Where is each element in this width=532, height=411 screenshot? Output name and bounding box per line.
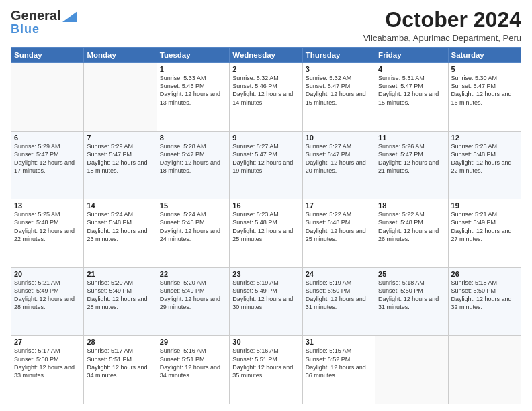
calendar-cell: 16Sunrise: 5:23 AMSunset: 5:48 PMDayligh… xyxy=(230,199,302,268)
calendar-week-1: 1Sunrise: 5:33 AMSunset: 5:46 PMDaylight… xyxy=(11,63,521,132)
calendar-cell xyxy=(84,63,157,132)
cell-info: Sunrise: 5:17 AMSunset: 5:51 PMDaylight:… xyxy=(87,347,153,379)
calendar-cell: 21Sunrise: 5:20 AMSunset: 5:49 PMDayligh… xyxy=(84,267,157,336)
day-number: 19 xyxy=(451,201,518,210)
calendar-header-row: SundayMondayTuesdayWednesdayThursdayFrid… xyxy=(11,48,521,63)
calendar-cell: 14Sunrise: 5:24 AMSunset: 5:48 PMDayligh… xyxy=(84,199,157,268)
calendar-cell: 29Sunrise: 5:16 AMSunset: 5:51 PMDayligh… xyxy=(157,336,229,404)
day-number: 9 xyxy=(232,134,299,142)
cell-info: Sunrise: 5:25 AMSunset: 5:48 PMDaylight:… xyxy=(451,142,518,175)
day-number: 25 xyxy=(378,270,445,278)
cell-info: Sunrise: 5:22 AMSunset: 5:48 PMDaylight:… xyxy=(306,210,372,243)
day-number: 13 xyxy=(14,201,81,210)
day-number: 26 xyxy=(451,270,518,278)
calendar-week-5: 27Sunrise: 5:17 AMSunset: 5:50 PMDayligh… xyxy=(11,336,521,404)
day-number: 10 xyxy=(306,134,372,142)
cell-info: Sunrise: 5:15 AMSunset: 5:52 PMDaylight:… xyxy=(306,347,372,379)
day-header-saturday: Saturday xyxy=(448,48,521,63)
cell-info: Sunrise: 5:28 AMSunset: 5:47 PMDaylight:… xyxy=(160,142,226,175)
cell-info: Sunrise: 5:20 AMSunset: 5:49 PMDaylight:… xyxy=(160,279,226,312)
calendar-cell: 25Sunrise: 5:18 AMSunset: 5:50 PMDayligh… xyxy=(375,267,448,336)
day-number: 29 xyxy=(160,338,226,346)
calendar-cell: 24Sunrise: 5:19 AMSunset: 5:50 PMDayligh… xyxy=(302,267,375,336)
cell-info: Sunrise: 5:23 AMSunset: 5:48 PMDaylight:… xyxy=(232,210,299,243)
calendar-cell: 2Sunrise: 5:32 AMSunset: 5:46 PMDaylight… xyxy=(230,63,302,132)
day-number: 15 xyxy=(160,201,226,210)
day-header-monday: Monday xyxy=(84,48,157,63)
calendar-cell: 9Sunrise: 5:27 AMSunset: 5:47 PMDaylight… xyxy=(230,131,302,199)
calendar-cell: 19Sunrise: 5:21 AMSunset: 5:49 PMDayligh… xyxy=(448,199,521,268)
day-number: 23 xyxy=(232,270,299,278)
day-number: 30 xyxy=(232,338,299,346)
calendar-cell: 30Sunrise: 5:16 AMSunset: 5:51 PMDayligh… xyxy=(230,336,302,404)
day-header-thursday: Thursday xyxy=(302,48,375,63)
logo-general: General xyxy=(11,8,60,24)
calendar-cell: 11Sunrise: 5:26 AMSunset: 5:47 PMDayligh… xyxy=(375,131,448,199)
day-number: 8 xyxy=(160,134,226,142)
cell-info: Sunrise: 5:16 AMSunset: 5:51 PMDaylight:… xyxy=(160,347,226,379)
day-number: 6 xyxy=(14,134,81,142)
calendar-cell: 4Sunrise: 5:31 AMSunset: 5:47 PMDaylight… xyxy=(375,63,448,132)
cell-info: Sunrise: 5:22 AMSunset: 5:48 PMDaylight:… xyxy=(378,210,445,243)
cell-info: Sunrise: 5:19 AMSunset: 5:50 PMDaylight:… xyxy=(306,279,372,312)
day-header-friday: Friday xyxy=(375,48,448,63)
cell-info: Sunrise: 5:29 AMSunset: 5:47 PMDaylight:… xyxy=(14,142,81,175)
svg-marker-0 xyxy=(62,11,77,22)
cell-info: Sunrise: 5:32 AMSunset: 5:46 PMDaylight:… xyxy=(232,74,299,107)
calendar-cell: 1Sunrise: 5:33 AMSunset: 5:46 PMDaylight… xyxy=(157,63,229,132)
calendar-cell: 3Sunrise: 5:32 AMSunset: 5:47 PMDaylight… xyxy=(302,63,375,132)
day-number: 17 xyxy=(306,201,372,210)
day-number: 3 xyxy=(306,65,372,73)
cell-info: Sunrise: 5:26 AMSunset: 5:47 PMDaylight:… xyxy=(378,142,445,175)
day-number: 5 xyxy=(451,65,518,73)
calendar-cell: 26Sunrise: 5:18 AMSunset: 5:50 PMDayligh… xyxy=(448,267,521,336)
day-number: 7 xyxy=(87,134,153,142)
logo: General Blue xyxy=(11,8,77,36)
calendar-cell xyxy=(11,63,84,132)
calendar-cell: 7Sunrise: 5:29 AMSunset: 5:47 PMDaylight… xyxy=(84,131,157,199)
day-number: 14 xyxy=(87,201,153,210)
day-number: 1 xyxy=(160,65,226,73)
logo-icon xyxy=(62,11,77,22)
cell-info: Sunrise: 5:20 AMSunset: 5:49 PMDaylight:… xyxy=(87,279,153,312)
cell-info: Sunrise: 5:18 AMSunset: 5:50 PMDaylight:… xyxy=(451,279,518,312)
day-number: 4 xyxy=(378,65,445,73)
calendar-cell: 5Sunrise: 5:30 AMSunset: 5:47 PMDaylight… xyxy=(448,63,521,132)
cell-info: Sunrise: 5:33 AMSunset: 5:46 PMDaylight:… xyxy=(160,74,226,107)
day-number: 27 xyxy=(14,338,81,346)
calendar-week-3: 13Sunrise: 5:25 AMSunset: 5:48 PMDayligh… xyxy=(11,199,521,268)
calendar-week-2: 6Sunrise: 5:29 AMSunset: 5:47 PMDaylight… xyxy=(11,131,521,199)
calendar-cell: 31Sunrise: 5:15 AMSunset: 5:52 PMDayligh… xyxy=(302,336,375,404)
calendar-cell: 27Sunrise: 5:17 AMSunset: 5:50 PMDayligh… xyxy=(11,336,84,404)
day-number: 12 xyxy=(451,134,518,142)
day-number: 20 xyxy=(14,270,81,278)
cell-info: Sunrise: 5:16 AMSunset: 5:51 PMDaylight:… xyxy=(232,347,299,379)
subtitle: Vilcabamba, Apurimac Department, Peru xyxy=(363,33,521,43)
calendar-cell: 20Sunrise: 5:21 AMSunset: 5:49 PMDayligh… xyxy=(11,267,84,336)
calendar-cell: 28Sunrise: 5:17 AMSunset: 5:51 PMDayligh… xyxy=(84,336,157,404)
day-header-wednesday: Wednesday xyxy=(230,48,302,63)
calendar-cell xyxy=(448,336,521,404)
cell-info: Sunrise: 5:27 AMSunset: 5:47 PMDaylight:… xyxy=(232,142,299,175)
calendar-cell: 23Sunrise: 5:19 AMSunset: 5:49 PMDayligh… xyxy=(230,267,302,336)
header: General Blue October 2024 Vilcabamba, Ap… xyxy=(11,8,521,43)
cell-info: Sunrise: 5:27 AMSunset: 5:47 PMDaylight:… xyxy=(306,142,372,175)
cell-info: Sunrise: 5:29 AMSunset: 5:47 PMDaylight:… xyxy=(87,142,153,175)
calendar-cell: 18Sunrise: 5:22 AMSunset: 5:48 PMDayligh… xyxy=(375,199,448,268)
cell-info: Sunrise: 5:25 AMSunset: 5:48 PMDaylight:… xyxy=(14,210,81,243)
calendar-week-4: 20Sunrise: 5:21 AMSunset: 5:49 PMDayligh… xyxy=(11,267,521,336)
calendar-cell: 17Sunrise: 5:22 AMSunset: 5:48 PMDayligh… xyxy=(302,199,375,268)
day-number: 16 xyxy=(232,201,299,210)
cell-info: Sunrise: 5:17 AMSunset: 5:50 PMDaylight:… xyxy=(14,347,81,379)
cell-info: Sunrise: 5:21 AMSunset: 5:49 PMDaylight:… xyxy=(451,210,518,243)
day-number: 31 xyxy=(306,338,372,346)
cell-info: Sunrise: 5:24 AMSunset: 5:48 PMDaylight:… xyxy=(87,210,153,243)
day-header-sunday: Sunday xyxy=(11,48,84,63)
cell-info: Sunrise: 5:24 AMSunset: 5:48 PMDaylight:… xyxy=(160,210,226,243)
calendar-cell: 12Sunrise: 5:25 AMSunset: 5:48 PMDayligh… xyxy=(448,131,521,199)
calendar-cell: 22Sunrise: 5:20 AMSunset: 5:49 PMDayligh… xyxy=(157,267,229,336)
calendar-cell: 6Sunrise: 5:29 AMSunset: 5:47 PMDaylight… xyxy=(11,131,84,199)
day-number: 21 xyxy=(87,270,153,278)
day-number: 22 xyxy=(160,270,226,278)
logo-blue: Blue xyxy=(11,22,40,36)
